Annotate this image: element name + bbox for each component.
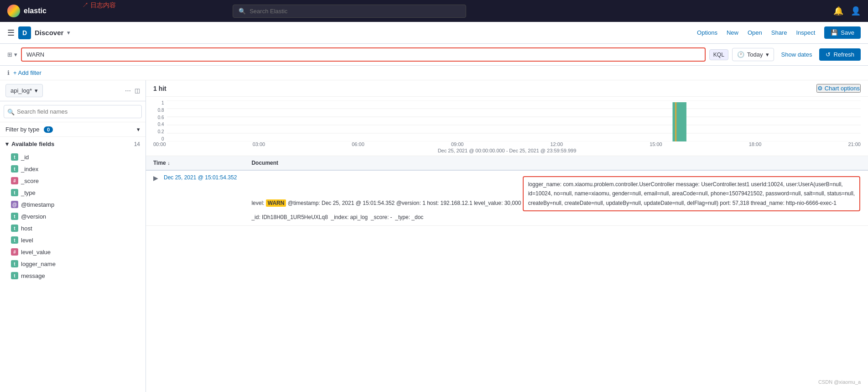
table-row: ▶ Dec 25, 2021 @ 15:01:54.352 level: WAR… xyxy=(146,170,868,226)
time-label: Time xyxy=(153,160,166,166)
search-filter-bar: ⊞ ▾ KQL 🕐 Today ▾ Show dates ↺ Refresh xyxy=(0,44,868,66)
sidebar-header: api_log* ▾ ⋯ ◫ xyxy=(0,80,146,101)
search-fields-container: 🔍 xyxy=(0,101,146,122)
filter-by-type-toggle[interactable]: Filter by type 0 ▾ xyxy=(0,122,146,137)
search-fields-wrapper: 🔍 xyxy=(4,105,142,118)
bell-icon[interactable]: 🔔 xyxy=(833,6,843,16)
field-type-text: t xyxy=(11,213,18,220)
log-detail-box: logger_name: com.xiaomu.problem.controll… xyxy=(523,176,861,211)
sidebar: api_log* ▾ ⋯ ◫ 🔍 Filter by type 0 ▾ xyxy=(0,80,146,392)
field-name: @timestamp xyxy=(21,201,54,208)
global-search-bar[interactable]: 🔍 xyxy=(233,5,466,18)
hamburger-menu[interactable]: ☰ xyxy=(7,28,15,38)
search-icon: 🔍 xyxy=(239,8,246,15)
share-link[interactable]: Share xyxy=(771,29,787,36)
dots-icon[interactable]: ⋯ xyxy=(125,87,131,94)
field-name: level_value xyxy=(21,249,51,256)
chart-date-range: Dec 25, 2021 @ 00:00:00.000 - Dec 25, 20… xyxy=(153,148,861,153)
field-item-type[interactable]: t _type xyxy=(0,187,146,199)
field-name: _index xyxy=(21,166,38,172)
refresh-button[interactable]: ↺ Refresh xyxy=(819,48,861,61)
field-name: host xyxy=(21,225,32,232)
save-button[interactable]: 💾 Save xyxy=(824,26,861,39)
log-timestamp: Dec 25, 2021 @ 15:01:54.352 xyxy=(164,174,237,181)
show-dates-button[interactable]: Show dates xyxy=(781,51,812,58)
global-search-input[interactable] xyxy=(249,8,460,15)
field-name: message xyxy=(21,272,45,279)
top-navigation: elastic 🔍 🔔 👤 xyxy=(0,0,868,22)
field-name: _id xyxy=(21,154,29,161)
filter-icons: ⊞ ▾ xyxy=(7,51,17,58)
user-icon[interactable]: 👤 xyxy=(851,6,861,16)
field-item-timestamp[interactable]: @ @timestamp xyxy=(0,199,146,210)
field-item-level-value[interactable]: # level_value xyxy=(0,246,146,258)
chart-container: 1 0.8 0.6 0.4 0.2 0 xyxy=(146,97,868,156)
elastic-logo[interactable]: elastic xyxy=(7,5,47,17)
field-item-score[interactable]: # _score xyxy=(0,175,146,187)
watermark: CSDN @xiaomu_a xyxy=(818,379,861,385)
filter-by-type-label: Filter by type 0 xyxy=(5,126,53,133)
options-link[interactable]: Options xyxy=(697,29,717,36)
time-filter-value: Today xyxy=(747,51,763,58)
field-type-text: t xyxy=(11,260,18,267)
add-filter-bar: ℹ + Add filter xyxy=(0,66,868,80)
hits-bar: 1 hit ⚙ Chart options xyxy=(146,80,868,97)
top-nav-right: 🔔 👤 xyxy=(833,6,861,16)
fields-count: 14 xyxy=(134,141,140,147)
second-navigation: ☰ D Discover ▾ Options New Open Share In… xyxy=(0,22,868,44)
available-fields-header[interactable]: ▾ Available fields 14 xyxy=(0,137,146,151)
y-axis-labels: 1 0.8 0.6 0.4 0.2 0 xyxy=(153,100,167,141)
field-type-date: @ xyxy=(11,201,18,208)
chart-svg xyxy=(167,100,861,141)
field-item-index[interactable]: t _index xyxy=(0,163,146,175)
refresh-icon: ↺ xyxy=(826,51,831,58)
field-item-logger-name[interactable]: t logger_name xyxy=(0,258,146,270)
document-column-header: Document xyxy=(244,156,868,170)
chevron-icon[interactable]: ▾ xyxy=(14,51,17,58)
open-link[interactable]: Open xyxy=(748,29,762,36)
field-name: _type xyxy=(21,189,36,196)
logo-text: elastic xyxy=(24,7,47,15)
new-link[interactable]: New xyxy=(727,29,738,36)
add-filter-link[interactable]: + Add filter xyxy=(13,69,42,76)
field-item-version[interactable]: t @version xyxy=(0,210,146,222)
log-table: Time ↓ Document ▶ Dec 25, 2021 @ 15:01:5… xyxy=(146,156,868,226)
field-item-host[interactable]: t host xyxy=(0,222,146,234)
fields-list: t _id t _index # _score t _type @ @tim xyxy=(0,151,146,282)
index-pattern-chevron: ▾ xyxy=(35,87,38,94)
kql-badge[interactable]: KQL xyxy=(709,49,728,60)
chevron-down-icon[interactable]: ▾ xyxy=(67,29,70,36)
field-item-message[interactable]: t message xyxy=(0,270,146,282)
field-item-level[interactable]: t level xyxy=(0,234,146,246)
kql-search-input[interactable] xyxy=(21,47,706,62)
log-meta: _id: IDh18H0B_1UR5HeUXLq8 _index: api_lo… xyxy=(251,213,861,222)
time-cell: ▶ Dec 25, 2021 @ 15:01:54.352 xyxy=(146,170,244,226)
columns-icon[interactable]: ◫ xyxy=(135,87,140,94)
field-type-text: t xyxy=(11,165,18,172)
time-filter-selector[interactable]: 🕐 Today ▾ xyxy=(732,48,774,61)
results-table: Time ↓ Document ▶ Dec 25, 2021 @ 15:01:5… xyxy=(146,156,868,392)
inspect-link[interactable]: Inspect xyxy=(796,29,815,36)
time-column-header[interactable]: Time ↓ xyxy=(146,156,244,170)
sort-icon: ↓ xyxy=(167,160,170,166)
gear-icon: ⚙ xyxy=(817,85,823,92)
index-pattern-name: api_log* xyxy=(10,87,32,94)
time-chevron-icon: ▾ xyxy=(766,51,769,58)
filter-toggle-icon[interactable]: ⊞ xyxy=(7,51,12,58)
chevron-down-icon: ▾ xyxy=(5,141,9,147)
log-content: level: WARN @timestamp: Dec 25, 2021 @ 1… xyxy=(251,174,861,222)
field-type-text: t xyxy=(11,272,18,279)
expand-row-button[interactable]: ▶ xyxy=(153,174,158,182)
chart-options-button[interactable]: ⚙ Chart options xyxy=(816,84,861,93)
index-pattern-selector[interactable]: api_log* ▾ xyxy=(5,84,43,97)
chart-x-axis: 00:00 03:00 06:00 09:00 12:00 15:00 18:0… xyxy=(153,141,861,147)
field-type-text: t xyxy=(11,225,18,232)
chart-bar xyxy=(672,102,686,141)
warn-badge: WARN xyxy=(266,199,286,207)
field-item-id[interactable]: t _id xyxy=(0,151,146,163)
document-cell: level: WARN @timestamp: Dec 25, 2021 @ 1… xyxy=(244,170,868,226)
app-badge: D xyxy=(18,26,31,39)
save-icon: 💾 xyxy=(831,29,838,36)
search-fields-input[interactable] xyxy=(4,105,142,118)
logo-icon xyxy=(7,5,20,17)
